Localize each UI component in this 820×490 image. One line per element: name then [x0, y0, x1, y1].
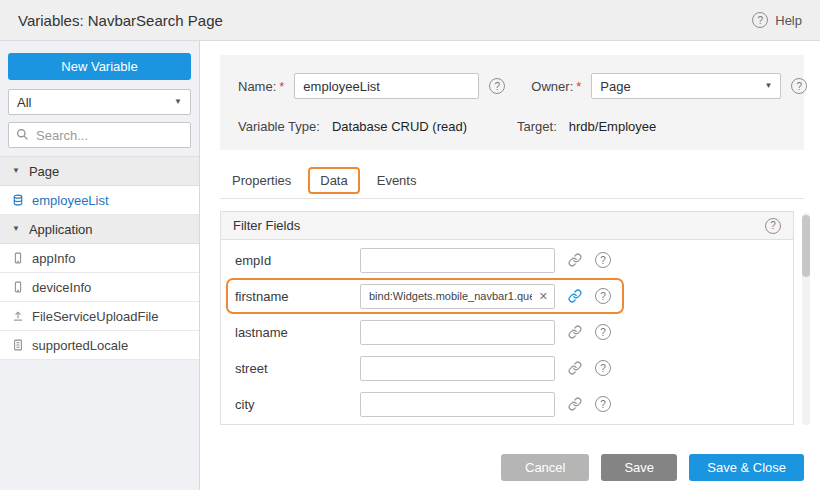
sidebar-item-label: FileServiceUploadFile: [32, 309, 158, 324]
document-icon: [12, 339, 24, 351]
filter-field-label: city: [235, 397, 360, 412]
dialog-body: New Variable All ▼ ▼ Page: [0, 41, 820, 490]
chevron-down-icon: ▼: [12, 167, 20, 175]
search-icon: [16, 128, 29, 141]
field-help-icon[interactable]: [595, 360, 611, 376]
bind-link-icon[interactable]: [568, 361, 582, 375]
filter-fields-panel: Filter Fields empId: [220, 211, 794, 425]
page-title: Variables: NavbarSearch Page: [18, 12, 223, 29]
bind-link-icon[interactable]: [568, 289, 582, 303]
bind-link-icon[interactable]: [568, 253, 582, 267]
tab-events[interactable]: Events: [365, 166, 429, 198]
bind-link-icon[interactable]: [568, 397, 582, 411]
sidebar-group-application[interactable]: ▼ Application: [0, 215, 199, 244]
bind-link-icon[interactable]: [568, 325, 582, 339]
help-button[interactable]: Help: [752, 12, 802, 28]
sidebar-controls: New Variable All ▼: [0, 41, 199, 148]
sidebar-group-label: Page: [29, 164, 59, 179]
field-help-icon[interactable]: [595, 324, 611, 340]
sidebar-item-supportedlocale[interactable]: supportedLocale: [0, 331, 199, 360]
filter-field-label: street: [235, 361, 360, 376]
field-help-icon[interactable]: [595, 288, 611, 304]
variables-tree: ▼ Page employeeList ▼ Applicati: [0, 156, 199, 360]
search-box: [8, 122, 191, 148]
name-owner-row: Name: Owner: Page ▼: [238, 73, 786, 99]
sidebar-group-label: Application: [29, 222, 93, 237]
owner-label: Owner:: [531, 79, 573, 94]
filter-row-firstname: firstname ✕: [221, 278, 793, 314]
scrollbar-thumb[interactable]: [802, 215, 810, 277]
variables-sidebar: New Variable All ▼ ▼ Page: [0, 41, 200, 490]
sidebar-item-label: appInfo: [32, 251, 75, 266]
name-label: Name:: [238, 79, 276, 94]
owner-group: Owner: Page ▼: [531, 73, 807, 99]
filter-fields-title: Filter Fields: [233, 218, 300, 233]
filter-field-label: lastname: [235, 325, 360, 340]
vertical-scrollbar[interactable]: [802, 213, 810, 425]
variables-dialog: Variables: NavbarSearch Page Help New Va…: [0, 0, 820, 490]
filter-fields-header: Filter Fields: [221, 212, 793, 240]
field-help-icon[interactable]: [595, 396, 611, 412]
phone-icon: [12, 252, 24, 264]
new-variable-button[interactable]: New Variable: [8, 53, 191, 80]
dialog-header: Variables: NavbarSearch Page Help: [0, 0, 820, 41]
clear-binding-icon[interactable]: ✕: [539, 291, 548, 302]
filter-field-label: empId: [235, 253, 360, 268]
required-asterisk: [576, 79, 581, 94]
save-and-close-button[interactable]: Save & Close: [689, 454, 804, 481]
filter-row-street: street: [221, 350, 793, 386]
target-label: Target:: [517, 119, 557, 134]
chevron-down-icon: ▼: [12, 225, 20, 233]
save-button[interactable]: Save: [601, 454, 677, 481]
field-help-icon[interactable]: [595, 252, 611, 268]
tab-data[interactable]: Data: [308, 167, 359, 194]
field-help-icon[interactable]: [489, 78, 505, 94]
variable-name-input[interactable]: [294, 73, 479, 99]
sidebar-item-employeelist[interactable]: employeeList: [0, 186, 199, 215]
sidebar-item-label: supportedLocale: [32, 338, 128, 353]
filter-row-city: city: [221, 386, 793, 422]
sidebar-item-appinfo[interactable]: appInfo: [0, 244, 199, 273]
required-asterisk: [279, 79, 284, 94]
owner-select[interactable]: Page ▼: [591, 73, 781, 99]
variable-type-filter-select[interactable]: All ▼: [8, 89, 191, 115]
phone-icon: [12, 281, 24, 293]
sidebar-item-fileserviceuploadfile[interactable]: FileServiceUploadFile: [0, 302, 199, 331]
sidebar-item-label: employeeList: [32, 193, 109, 208]
detail-tabs: Properties Data Events: [220, 166, 804, 199]
upload-icon: [12, 310, 24, 322]
variable-detail-pane: Name: Owner: Page ▼ Varia: [200, 41, 820, 490]
sidebar-item-label: deviceInfo: [32, 280, 91, 295]
owner-selected-value: Page: [600, 79, 630, 94]
sidebar-group-page[interactable]: ▼ Page: [0, 157, 199, 186]
help-icon: [752, 12, 768, 28]
dialog-footer: Cancel Save Save & Close: [200, 444, 820, 490]
filter-row-empid: empId: [221, 242, 793, 278]
variable-type-value: Database CRUD (read): [332, 119, 467, 134]
chevron-down-icon: ▼: [174, 98, 182, 106]
filter-field-label: firstname: [235, 289, 360, 304]
field-help-icon[interactable]: [791, 78, 807, 94]
city-input[interactable]: [360, 392, 555, 417]
street-input[interactable]: [360, 356, 555, 381]
empid-input[interactable]: [360, 248, 555, 273]
database-icon: [12, 194, 24, 206]
filter-row-lastname: lastname: [221, 314, 793, 350]
cancel-button[interactable]: Cancel: [501, 454, 589, 481]
target-value: hrdb/Employee: [569, 119, 656, 134]
search-input[interactable]: [8, 122, 191, 148]
lastname-input[interactable]: [360, 320, 555, 345]
variable-info-panel: Name: Owner: Page ▼ Varia: [220, 55, 804, 150]
filter-fields-rows: empId firstname: [221, 240, 793, 424]
filter-selected-value: All: [17, 95, 31, 110]
panel-help-icon[interactable]: [765, 218, 781, 234]
tab-properties[interactable]: Properties: [220, 166, 303, 198]
type-target-row: Variable Type: Database CRUD (read) Targ…: [238, 119, 786, 134]
chevron-down-icon: ▼: [764, 82, 772, 90]
firstname-input[interactable]: [360, 284, 555, 309]
sidebar-item-deviceinfo[interactable]: deviceInfo: [0, 273, 199, 302]
help-label: Help: [775, 13, 802, 28]
variable-type-label: Variable Type:: [238, 119, 320, 134]
